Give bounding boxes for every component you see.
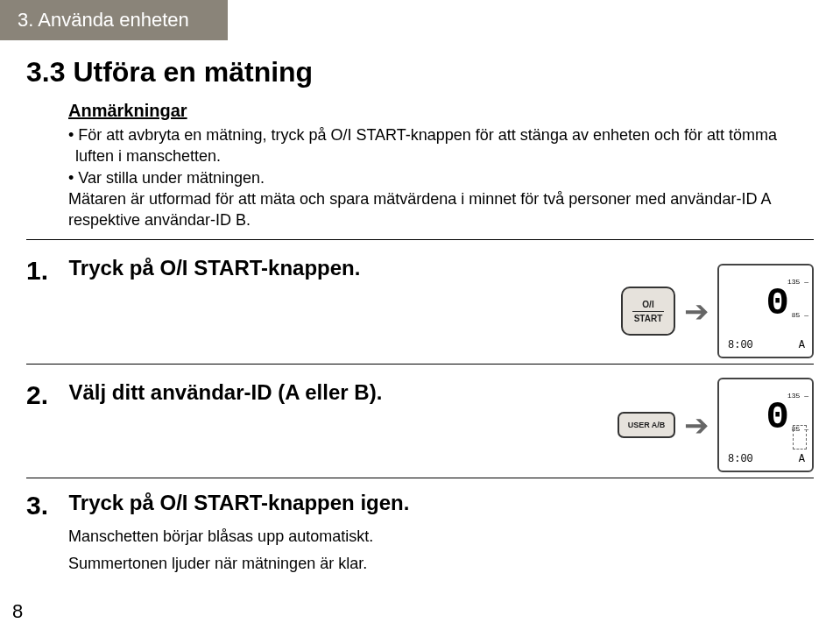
step-2-illustration: USER A/B ➔ 0 135 — 85 — 8:00 A (618, 378, 814, 472)
lcd-mark-135: 135 — (787, 392, 808, 400)
page-content: 3.3 Utföra en mätning Anmärkningar • För… (0, 40, 840, 574)
notes-heading: Anmärkningar (68, 101, 814, 121)
step-3-sub2: Summertonen ljuder när mätningen är klar… (68, 553, 814, 574)
step-1-number: 1. (26, 256, 65, 286)
oi-divider (632, 311, 664, 312)
chapter-header: 3. Använda enheten (0, 0, 228, 40)
lcd-user: A (799, 453, 805, 465)
oi-start-button-icon: O/I START (621, 287, 675, 336)
note-2: • Var stilla under mätningen. (68, 167, 814, 188)
user-ab-label: USER A/B (628, 421, 666, 429)
step-1-illustration: O/I START ➔ 0 135 — 85 — 8:00 A (621, 264, 814, 358)
step-2: 2. Välj ditt användar-ID (A eller B). US… (26, 373, 814, 478)
step-1-text: Tryck på O/I START-knappen. (68, 256, 360, 280)
lcd-mark-85: 85 — (792, 311, 808, 319)
lcd-display-1: 0 135 — 85 — 8:00 A (717, 264, 814, 358)
step-2-text: Välj ditt användar-ID (A eller B). (68, 380, 382, 405)
lcd-time: 8:00 (728, 453, 753, 465)
lcd-time: 8:00 (728, 339, 753, 351)
divider (26, 239, 814, 240)
ab-selection-box-icon (793, 425, 807, 449)
arrow-right-icon: ➔ (684, 294, 709, 329)
user-ab-button-icon: USER A/B (618, 412, 675, 438)
lcd-value: 0 (766, 281, 787, 325)
section-title: 3.3 Utföra en mätning (26, 56, 814, 88)
chapter-title: 3. Använda enheten (18, 9, 189, 31)
step-2-number: 2. (26, 380, 65, 410)
note-1: • För att avbryta en mätning, tryck på O… (68, 124, 814, 167)
note-2b: Mätaren är utformad för att mäta och spa… (68, 188, 814, 231)
page-number: 8 (12, 600, 23, 623)
lcd-mark-135: 135 — (787, 278, 808, 286)
arrow-right-icon: ➔ (684, 407, 709, 442)
oi-label-1: O/I (642, 300, 653, 309)
step-3-number: 3. (26, 491, 65, 520)
step-1: 1. Tryck på O/I START-knappen. O/I START… (26, 249, 814, 365)
lcd-user: A (799, 339, 805, 351)
lcd-value: 0 (766, 395, 787, 439)
step-3-text: Tryck på O/I START-knappen igen. (68, 491, 409, 515)
step-3-sub1: Manschetten börjar blåsas upp automatisk… (68, 526, 814, 547)
step-3: 3. Tryck på O/I START-knappen igen. Mans… (26, 491, 814, 574)
oi-label-2: START (634, 314, 663, 323)
lcd-display-2: 0 135 — 85 — 8:00 A (717, 378, 814, 472)
